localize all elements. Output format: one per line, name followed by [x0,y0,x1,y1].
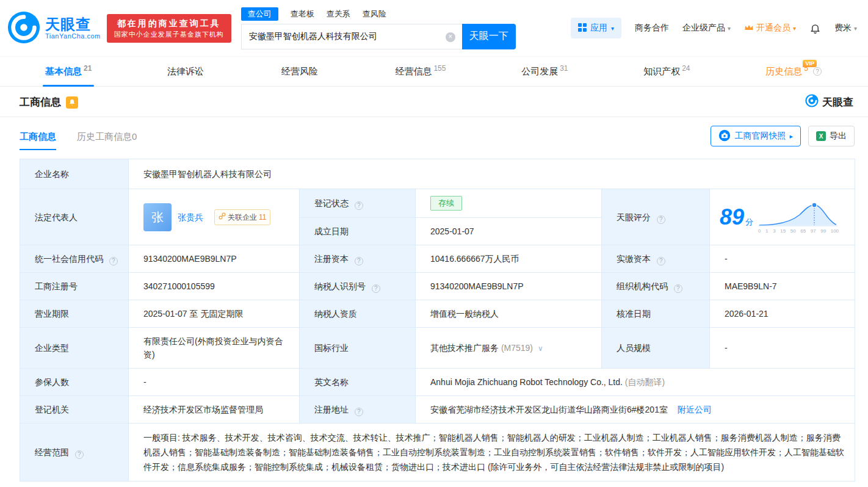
clear-icon[interactable] [446,32,455,42]
tab-legal-litigation[interactable]: 法律诉讼 [165,57,208,86]
help-icon[interactable] [355,201,363,210]
user-menu[interactable]: 费米 [834,23,857,34]
export-button[interactable]: 导出 [808,126,855,146]
username-label: 费米 [834,23,852,34]
label-text: 成立日期 [314,226,349,236]
search-tab-relation[interactable]: 查关系 [327,8,350,20]
value-text: - [725,343,728,353]
help-icon[interactable] [674,284,682,293]
slogan-line1: 都在用的商业查询工具 [114,18,224,29]
open-vip-menu[interactable]: 开通会员 [744,23,796,34]
label-text: 实缴资本 [617,254,651,264]
section-header: 工商信息 天眼查 [0,87,868,117]
notifications-bell-icon[interactable] [809,23,821,34]
value-text: 安徽省芜湖市经济技术开发区龙山街道华山路商业街6#楼201室 [430,405,668,414]
company-name-value: 安徽墨甲智创机器人科技有限公司 [129,159,855,189]
search-button[interactable]: 天眼一下 [462,24,516,49]
tab-company-development[interactable]: 公司发展 31 [519,57,570,86]
taxpayer-quality-value: 增值税一般纳税人 [416,300,602,328]
help-icon[interactable] [657,257,665,265]
value-text: 2025-01-07 至 无固定期限 [143,309,243,319]
label-text: 天眼评分 [617,212,651,222]
axis-tick: 100 [831,228,839,234]
tianyancha-logo[interactable]: 天眼查 TianYanCha.com [7,11,101,46]
subscribe-bell-icon[interactable] [66,96,78,109]
apps-label: 应用 [590,23,607,34]
subtab-history-business-info[interactable]: 历史工商信息0 [77,131,137,150]
camera-icon [718,129,731,143]
tab-intellectual-property[interactable]: 知识产权 24 [641,57,692,86]
legal-rep-link[interactable]: 张贵兵 [178,211,203,224]
chevron-down-icon[interactable] [538,344,543,353]
tab-history-info[interactable]: 历史信息 5 VIP [763,57,825,86]
field-label-credit-code: 统一社会信用代码 [20,245,129,273]
help-icon[interactable] [372,284,380,293]
label-text: 工商注册号 [35,281,78,291]
value-text: 增值税一般纳税人 [430,309,499,319]
top-menu: 应用 商务合作 企业级产品 开通会员 费米 [571,18,857,38]
enterprise-products-menu[interactable]: 企业级产品 [682,23,731,34]
arrow-right-icon [789,132,793,140]
subtab-business-info[interactable]: 工商信息 [20,131,56,150]
tab-label: 经营信息 [395,66,432,78]
official-snapshot-button[interactable]: 工商官网快照 [711,126,801,146]
nearby-companies-link[interactable]: 附近公司 [678,405,712,414]
search-tab-company[interactable]: 查公司 [241,7,278,21]
field-label-company-name: 企业名称 [20,159,129,189]
axis-tick: 0 [758,228,761,234]
search-tab-boss[interactable]: 查老板 [291,8,314,20]
tab-label: 经营风险 [281,66,318,78]
search-tab-risk[interactable]: 查风险 [363,8,386,20]
search-tabs: 查公司 查老板 查关系 查风险 [241,7,516,21]
help-icon[interactable] [355,408,363,416]
field-label-reg-status: 登记状态 [300,189,416,218]
table-row-credit-code: 统一社会信用代码 91340200MAE9B9LN7P 注册资本 10416.6… [20,245,855,273]
label-text: 英文名称 [314,377,349,387]
legal-rep-avatar[interactable]: 张 [143,203,172,231]
value-text: 2026-01-21 [725,309,769,319]
business-term-value: 2025-01-07 至 无固定期限 [129,300,300,328]
apps-menu[interactable]: 应用 [571,18,621,38]
search-input[interactable] [242,24,462,49]
status-badge: 存续 [430,196,462,211]
enterprise-label: 企业级产品 [682,23,725,34]
tab-label: 公司发展 [521,66,558,78]
table-row-business-term: 营业期限 2025-01-07 至 无固定期限 纳税人资质 增值税一般纳税人 核… [20,300,855,328]
related-companies-label: 关联企业 [228,211,257,224]
value-text: - [725,254,728,264]
field-label-reg-authority: 登记机关 [20,396,129,424]
value-text: 91340200MAE9B9LN7P [143,254,237,264]
field-label-legal-rep: 法定代表人 [20,189,129,245]
subtab-row: 工商信息 历史工商信息0 工商官网快照 导出 [0,117,868,150]
excel-icon [816,131,826,141]
help-icon[interactable] [813,67,822,76]
related-companies-tag[interactable]: 关联企业 11 [214,209,270,225]
tab-basic-info[interactable]: 基本信息 21 [43,57,94,86]
value-text: 10416.666667万人民币 [430,254,519,264]
vip-badge: VIP [803,60,817,67]
subtabs: 工商信息 历史工商信息0 [20,131,137,150]
logo-title: 天眼查 [45,16,101,32]
tab-label: 基本信息 [45,66,82,78]
score-unit: 分 [745,215,753,229]
field-label-establish-date: 成立日期 [300,218,416,245]
search-area: 查公司 查老板 查关系 查风险 天眼一下 [241,7,516,49]
field-label-business-term: 营业期限 [20,300,129,328]
field-label-taxpayer-id: 纳税人识别号 [300,273,416,300]
business-cooperation-link[interactable]: 商务合作 [635,23,669,34]
field-label-staff-size: 人员规模 [602,328,710,369]
help-icon[interactable] [657,215,665,224]
tab-operation-risk[interactable]: 经营风险 [279,57,322,86]
help-icon[interactable] [109,257,118,265]
label-text: 登记机关 [35,405,69,414]
label-text: 企业类型 [35,343,69,353]
help-icon[interactable] [355,257,363,265]
value-text: 经济技术开发区市场监督管理局 [143,405,263,414]
logo-text: 天眼查 TianYanCha.com [45,16,101,40]
help-icon[interactable] [75,450,84,459]
tab-label: 知识产权 [643,66,680,78]
crown-icon [744,23,754,33]
tab-operation-info[interactable]: 经营信息 155 [392,57,448,86]
score-value[interactable]: 89 分 [720,205,753,229]
field-label-taxpayer-quality: 纳税人资质 [300,300,416,328]
